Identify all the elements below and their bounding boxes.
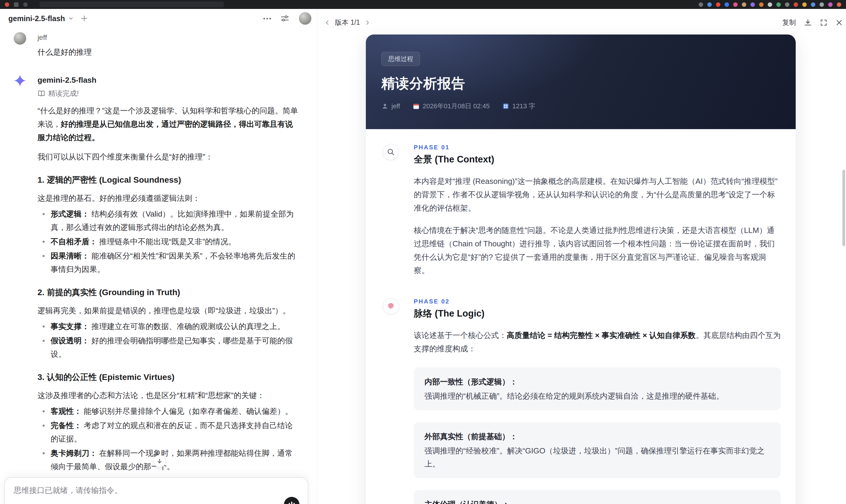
dimension-cards: 内部一致性（形式逻辑）： 强调推理的“机械正确”。结论必须在给定的规则系统内逻辑…	[414, 367, 781, 504]
download-icon	[804, 18, 812, 27]
message-text: 什么是好的推理	[37, 47, 299, 58]
word-count: 1213 字	[512, 102, 535, 111]
report-card: 思维过程 精读分析报告 jeff 2026年01月08日 02:45 1213 …	[366, 34, 796, 504]
card-body: 强调推理的“经验校准”。解决“GIGO（垃圾进，垃圾出）”问题，确保推理引擎运行…	[424, 444, 770, 470]
formula-pre: 该论述基于一个核心公式：	[414, 331, 507, 340]
user-avatar[interactable]	[299, 12, 311, 25]
calendar-icon	[412, 103, 420, 110]
message-author: jeff	[37, 33, 299, 42]
chat-header-actions	[263, 12, 311, 25]
bullet-term: 完备性：	[51, 421, 82, 430]
bullet-list: 客观性： 能够识别并尽量排除个人偏见（如幸存者偏差、确认偏差）。 完备性： 考虑…	[37, 404, 299, 473]
expand-icon	[820, 19, 828, 26]
browser-extension-icons	[699, 2, 841, 7]
message-list: jeff 什么是好的推理 gemini-2.5-flash 精读完成! “什么是…	[0, 28, 317, 504]
more-icon	[263, 18, 271, 19]
extension-icon[interactable]	[759, 2, 763, 7]
artifact-panel: 版本 1/1 复制 思维过程 精读分析报告	[317, 9, 846, 504]
extension-icon[interactable]	[811, 2, 815, 7]
bullet-text: 考虑了对立的观点和潜在的反证，而不是只选择支持自己结论的证据。	[51, 421, 293, 443]
chevron-left-icon	[324, 19, 331, 26]
phase-section: PHASE 01 全景 (The Context) 本内容是对“推理 (Reas…	[383, 144, 781, 277]
extension-icon[interactable]	[794, 2, 798, 7]
profile-icon[interactable]	[837, 2, 841, 7]
scroll-to-bottom-button[interactable]	[153, 455, 166, 467]
new-chat-button[interactable]	[81, 15, 88, 22]
extension-icon[interactable]	[716, 2, 720, 7]
bullet-term: 因果清晰：	[51, 251, 89, 260]
plus-icon	[81, 15, 88, 22]
version-label: 版本 1/1	[335, 18, 360, 27]
sliders-icon	[280, 14, 289, 23]
next-version-button[interactable]	[364, 19, 371, 26]
close-button[interactable]	[835, 19, 843, 26]
extension-icon[interactable]	[802, 2, 807, 7]
scrollbar-thumb[interactable]	[842, 170, 845, 246]
version-navigator: 版本 1/1	[324, 18, 371, 27]
paragraph: 逻辑再完美，如果前提是错误的，推理也是垃圾（即“垃圾进，垃圾出”）。	[37, 304, 299, 318]
extension-icon[interactable]	[828, 2, 833, 7]
extension-icon[interactable]	[733, 2, 738, 7]
previous-version-button[interactable]	[324, 19, 331, 26]
extension-icon[interactable]	[707, 2, 712, 7]
paragraph: “什么是好的推理？”这是一个涉及逻辑学、认知科学和哲学核心的问题。简单来说，好的…	[37, 104, 299, 144]
fullscreen-button[interactable]	[820, 19, 828, 26]
status-text: 精读完成!	[48, 89, 79, 98]
bullet-list: 事实支撑： 推理建立在可靠的数据、准确的观测或公认的真理之上。 假设透明： 好的…	[37, 320, 299, 361]
settings-button[interactable]	[280, 14, 289, 23]
model-selector[interactable]: gemini-2.5-flash	[8, 14, 74, 23]
list-item: 不自相矛盾： 推理链条中不能出现“既是又非”的情况。	[51, 235, 299, 248]
paragraph: 核心情境在于解决“思考的随意性”问题。不论是人类通过批判性思维进行决策，还是大语…	[414, 224, 781, 277]
card-title: 内部一致性（形式逻辑）：	[424, 375, 770, 388]
chat-input[interactable]: 思维接口已就绪，请传输指令。	[4, 477, 309, 504]
list-item: 事实支撑： 推理建立在可靠的数据、准确的观测或公认的真理之上。	[51, 320, 299, 333]
counter-icon	[502, 103, 509, 110]
chevron-right-icon	[364, 19, 371, 26]
extension-icon[interactable]	[768, 2, 772, 7]
bullet-text: 推理建立在可靠的数据、准确的观测或公认的真理之上。	[89, 322, 285, 331]
author-meta: jeff	[381, 102, 400, 110]
list-item: 形式逻辑： 结构必须有效（Valid）。比如演绎推理中，如果前提全部为真，那么通…	[51, 208, 299, 234]
waveform-icon	[289, 503, 290, 504]
chat-header: gemini-2.5-flash	[0, 9, 317, 28]
report-meta: jeff 2026年01月08日 02:45 1213 字	[381, 102, 780, 111]
bullet-term: 客观性：	[51, 407, 82, 416]
copy-button[interactable]: 复制	[782, 18, 796, 27]
extension-icon[interactable]	[819, 2, 824, 7]
section-heading: 3. 认知的公正性 (Epistemic Virtues)	[37, 372, 299, 383]
paragraph: 该论述基于一个核心公式：高质量结论 = 结构完整性 × 事实准确性 × 认知自律…	[414, 329, 781, 356]
download-button[interactable]	[804, 18, 812, 27]
brain-icon	[383, 298, 399, 314]
extension-icon[interactable]	[742, 2, 746, 7]
report-date: 2026年01月08日 02:45	[423, 102, 490, 111]
voice-input-button[interactable]	[284, 497, 299, 504]
extension-icon[interactable]	[725, 2, 729, 7]
extension-icon[interactable]	[751, 2, 755, 7]
list-item: 奥卡姆剃刀： 在解释同一个现象时，如果两种推理都能站得住脚，通常倾向于最简单、假…	[51, 447, 299, 473]
report-content: PHASE 01 全景 (The Context) 本内容是对“推理 (Reas…	[366, 129, 796, 504]
list-item: 客观性： 能够识别并尽量排除个人偏见（如幸存者偏差、确认偏差）。	[51, 404, 299, 418]
card-body: 强调推理的“机械正确”。结论必须在给定的规则系统内逻辑自洽，这是推理的硬件基础。	[424, 390, 770, 402]
phase-section: PHASE 02 脉络 (The Logic) 该论述基于一个核心公式：高质量结…	[383, 298, 781, 504]
bullet-term: 事实支撑：	[51, 322, 89, 331]
browser-tab[interactable]	[40, 1, 224, 7]
phase-label: PHASE 02	[414, 298, 781, 305]
paragraph: 本内容是对“推理 (Reasoning)”这一抽象概念的高层建模。在知识爆炸与人…	[414, 175, 781, 215]
intro-bold-text: 好的推理是从已知信息出发，通过严密的逻辑路径，得出可靠且有说服力结论的过程。	[37, 120, 293, 142]
app-window: gemini-2.5-flash jeff	[0, 9, 846, 504]
record-icon[interactable]	[5, 2, 9, 7]
menu-icon[interactable]	[23, 2, 28, 7]
extension-icon[interactable]	[699, 2, 703, 7]
dimension-card: 外部真实性（前提基础）： 强调推理的“经验校准”。解决“GIGO（垃圾进，垃圾出…	[414, 422, 781, 478]
extension-icon[interactable]	[785, 2, 790, 7]
grid-icon[interactable]	[14, 2, 18, 7]
paragraph: 这是推理的基石。好的推理必须遵循逻辑法则：	[37, 192, 299, 205]
more-button[interactable]	[263, 18, 271, 19]
browser-left-icons	[5, 1, 224, 7]
extension-icon[interactable]	[776, 2, 781, 7]
bullet-text: 能够识别并尽量排除个人偏见（如幸存者偏差、确认偏差）。	[82, 407, 293, 416]
preview-actions: 复制	[782, 18, 843, 27]
wordcount-meta: 1213 字	[502, 102, 535, 111]
arrow-down-icon	[156, 457, 163, 465]
assistant-message: gemini-2.5-flash 精读完成! “什么是好的推理？”这是一个涉及逻…	[14, 74, 299, 504]
